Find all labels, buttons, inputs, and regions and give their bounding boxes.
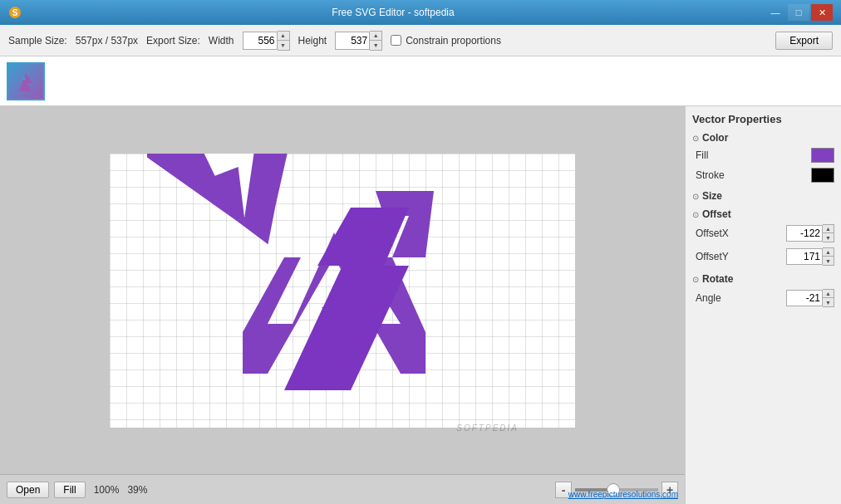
fill-swatch[interactable]	[811, 148, 834, 163]
offset-collapse-icon: ⊙	[692, 210, 699, 219]
height-input[interactable]	[335, 32, 370, 50]
offsety-up-button[interactable]: ▲	[823, 248, 834, 257]
height-label: Height	[298, 35, 327, 46]
constrain-checkbox[interactable]	[391, 35, 401, 46]
stroke-label: Stroke	[692, 169, 725, 181]
angle-label: Angle	[692, 292, 721, 304]
width-spinner[interactable]: ▲ ▼	[243, 31, 290, 51]
rotate-section-header[interactable]: ⊙ Rotate	[692, 272, 834, 286]
canvas-white	[110, 154, 575, 428]
width-label: Width	[209, 35, 234, 46]
width-up-button[interactable]: ▲	[278, 32, 289, 41]
zoom-100-label: 100%	[94, 484, 120, 496]
offsetx-down-button[interactable]: ▼	[823, 233, 834, 242]
sample-size-label: Sample Size:	[8, 35, 67, 46]
width-down-button[interactable]: ▼	[278, 41, 289, 50]
panel-title: Vector Properties	[692, 113, 834, 125]
size-collapse-icon: ⊙	[692, 192, 699, 201]
angle-spinner[interactable]: ▲ ▼	[786, 289, 834, 307]
right-panel: Vector Properties ⊙ Color Fill Stroke ⊙ …	[685, 106, 841, 504]
offsety-label: OffsetY	[692, 251, 729, 262]
angle-up-button[interactable]: ▲	[823, 290, 834, 298]
stroke-swatch[interactable]	[811, 168, 834, 183]
open-button[interactable]: Open	[7, 482, 49, 498]
color-collapse-icon: ⊙	[692, 134, 699, 143]
offsety-spinner[interactable]: ▲ ▼	[786, 247, 834, 266]
export-button[interactable]: Export	[775, 32, 833, 50]
color-section-label: Color	[702, 132, 728, 144]
offset-section-header[interactable]: ⊙ Offset	[692, 207, 834, 222]
offsetx-input[interactable]	[786, 225, 823, 242]
svg-text:S: S	[12, 8, 18, 17]
offsetx-spinner[interactable]: ▲ ▼	[786, 224, 834, 242]
maximize-button[interactable]: □	[788, 4, 809, 21]
main-area: SOFTPEDIA Open Fill 100% 39% - + www.fre…	[0, 106, 841, 504]
minimize-button[interactable]: —	[765, 4, 786, 21]
constrain-label: Constrain proportions	[406, 35, 501, 46]
constrain-wrap: Constrain proportions	[391, 35, 501, 46]
thumbnail-svg	[12, 68, 39, 95]
thumbnail-bar	[0, 56, 841, 106]
size-section-label: Size	[702, 190, 722, 202]
credit-link[interactable]: www.freepicturesolutions.com	[568, 490, 678, 499]
offsety-down-button[interactable]: ▼	[823, 257, 834, 265]
stroke-row: Stroke	[692, 165, 834, 185]
height-spinner[interactable]: ▲ ▼	[335, 31, 382, 51]
offsety-row: OffsetY ▲ ▼	[692, 245, 834, 268]
offsetx-row: OffsetX ▲ ▼	[692, 222, 834, 245]
toolbar: Sample Size: 557px / 537px Export Size: …	[0, 25, 841, 56]
zoom-39-label: 39%	[127, 484, 147, 496]
size-section: ⊙ Size	[692, 188, 834, 203]
offsetx-label: OffsetX	[692, 228, 729, 239]
height-down-button[interactable]: ▼	[370, 41, 381, 50]
fill-label: Fill	[692, 149, 708, 161]
close-button[interactable]: ✕	[811, 4, 833, 21]
title-bar-controls: — □ ✕	[765, 4, 833, 21]
height-spinner-buttons: ▲ ▼	[370, 31, 382, 51]
export-size-label: Export Size:	[146, 35, 200, 46]
angle-down-button[interactable]: ▼	[823, 298, 834, 306]
size-section-header[interactable]: ⊙ Size	[692, 188, 834, 203]
color-section: ⊙ Color Fill Stroke	[692, 130, 834, 185]
canvas-area: SOFTPEDIA Open Fill 100% 39% - + www.fre…	[0, 106, 685, 504]
offsety-input[interactable]	[786, 248, 823, 265]
width-input[interactable]	[243, 32, 278, 50]
offset-section: ⊙ Offset OffsetX ▲ ▼ OffsetY ▲	[692, 207, 834, 268]
width-spinner-buttons: ▲ ▼	[278, 31, 290, 51]
color-section-header[interactable]: ⊙ Color	[692, 130, 834, 145]
rotate-section: ⊙ Rotate Angle ▲ ▼	[692, 272, 834, 310]
title-bar: S Free SVG Editor - softpedia — □ ✕	[0, 0, 841, 25]
title-bar-left: S	[8, 6, 22, 19]
angle-spinner-buttons: ▲ ▼	[823, 289, 834, 307]
fill-row: Fill	[692, 145, 834, 165]
sample-size-value: 557px / 537px	[76, 35, 138, 46]
angle-input[interactable]	[786, 290, 823, 306]
thumbnail-item[interactable]	[7, 62, 45, 100]
height-up-button[interactable]: ▲	[370, 32, 381, 41]
offsetx-up-button[interactable]: ▲	[823, 225, 834, 233]
offsety-spinner-buttons: ▲ ▼	[823, 247, 834, 266]
offset-section-label: Offset	[702, 208, 731, 220]
rotate-section-label: Rotate	[702, 273, 733, 285]
fill-button[interactable]: Fill	[54, 482, 85, 498]
accurate-logo	[251, 183, 434, 399]
canvas-bottom: Open Fill 100% 39% - + www.freepictureso…	[0, 474, 685, 504]
offsetx-spinner-buttons: ▲ ▼	[823, 224, 834, 242]
canvas-container: SOFTPEDIA	[0, 106, 685, 474]
app-icon: S	[8, 6, 22, 19]
angle-row: Angle ▲ ▼	[692, 286, 834, 310]
svg-marker-2	[19, 73, 32, 91]
title-bar-title: Free SVG Editor - softpedia	[22, 7, 765, 18]
rotate-collapse-icon: ⊙	[692, 275, 699, 284]
